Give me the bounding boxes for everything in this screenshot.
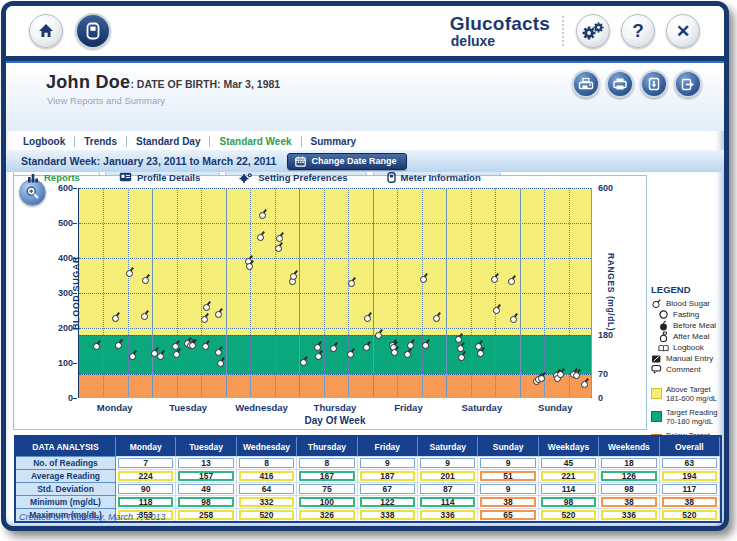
table-header-monday: Monday — [116, 437, 176, 456]
profile-card-icon — [119, 172, 132, 182]
cell-value: 338 — [360, 510, 415, 520]
bar-chart-icon — [27, 172, 39, 183]
reading-marker — [290, 273, 297, 280]
cell-value: 336 — [420, 510, 475, 520]
table-header-saturday: Saturday — [418, 437, 478, 456]
after-meal-icon — [658, 331, 669, 343]
subnav-trends[interactable]: Trends — [75, 136, 126, 147]
table-cell: 114 — [418, 495, 478, 508]
table-cell: 9 — [358, 456, 418, 469]
glucofacts-window: Glucofacts deluxe ? ✕ John Doe: DATE OF … — [1, 1, 729, 531]
home-button[interactable] — [29, 14, 63, 48]
legend-item-blood-sugar: Blood Sugar — [651, 298, 724, 309]
standard-week-chart: MondayTuesdayWednesdayThursdayFridaySatu… — [13, 175, 647, 430]
time-gridline — [128, 188, 129, 397]
y-tick-right-600: 600 — [598, 183, 613, 193]
patient-dob: : DATE OF BIRTH: Mar 3, 1981 — [130, 78, 280, 90]
range-swatch — [651, 388, 662, 399]
time-gridline — [397, 188, 398, 397]
subnav-logbook[interactable]: Logbook — [19, 136, 74, 147]
reading-marker — [538, 375, 545, 382]
cell-value: 63 — [662, 458, 717, 468]
change-date-range-button[interactable]: Change Date Range — [287, 153, 407, 170]
blood-drop-icon — [651, 298, 662, 309]
range-label: Target Reading70-180 mg/dL — [666, 408, 718, 426]
patient-action-buttons — [572, 70, 702, 98]
gridline-h-300 — [79, 293, 591, 294]
time-gridline — [471, 188, 472, 397]
reading-marker — [246, 263, 253, 270]
subnav-standard-day[interactable]: Standard Day — [127, 136, 209, 147]
fax-button[interactable] — [572, 70, 600, 98]
table-header-overall: Overall — [660, 437, 720, 456]
reading-marker — [157, 353, 164, 360]
report-subnav: LogbookTrendsStandard DayStandard WeekSu… — [19, 133, 365, 149]
table-row-std-deviation: Std. Deviation904964756787911498117 — [16, 482, 720, 495]
tab-label: Meter Information — [401, 172, 481, 183]
legend-item-manual-entry: Manual Entry — [651, 353, 724, 364]
legend-label: Comment — [666, 365, 701, 374]
reading-marker — [573, 372, 580, 379]
table-row-no-of-readings: No. of Readings71388999451863 — [16, 456, 720, 469]
gridline-h-400 — [79, 258, 591, 259]
row-label: Minimum (mg/dL) — [16, 495, 116, 508]
x-axis-label-monday: Monday — [78, 402, 151, 413]
table-cell: 98 — [599, 482, 659, 495]
cell-value: 51 — [480, 471, 535, 481]
help-button[interactable]: ? — [621, 14, 655, 48]
zoom-chart-button[interactable] — [19, 179, 46, 206]
subnav-summary[interactable]: Summary — [302, 136, 366, 147]
y-tick-left-600: 600 — [49, 183, 73, 193]
export-button[interactable] — [674, 70, 702, 98]
cell-value: 9 — [420, 458, 475, 468]
y-tick-left-100: 100 — [49, 358, 73, 368]
tab-label: Profile Details — [137, 172, 200, 183]
tab-label: Setting Preferences — [258, 172, 347, 183]
legend-label: Logbook — [673, 343, 704, 352]
pdf-download-button[interactable] — [640, 70, 668, 98]
manual-entry-icon — [651, 354, 662, 364]
reading-marker — [215, 311, 222, 318]
table-cell: 9 — [478, 482, 538, 495]
calendar-icon — [295, 156, 306, 167]
cell-value: 64 — [239, 484, 294, 494]
patient-name-row: John Doe: DATE OF BIRTH: Mar 3, 1981 — [46, 72, 280, 93]
reading-marker — [315, 353, 322, 360]
cell-value: 75 — [299, 484, 354, 494]
print-icon — [612, 77, 628, 91]
legend-label: After Meal — [673, 332, 709, 341]
reading-marker — [375, 332, 382, 339]
reading-marker — [129, 353, 136, 360]
cell-value: 38 — [662, 497, 717, 507]
time-gridline — [324, 188, 325, 397]
table-cell: 100 — [297, 495, 357, 508]
settings-button[interactable] — [576, 14, 610, 48]
cell-value: 201 — [420, 471, 475, 481]
table-header-thursday: Thursday — [297, 437, 357, 456]
table-header-weekends: Weekends — [599, 437, 659, 456]
close-button[interactable]: ✕ — [666, 14, 700, 48]
table-header-friday: Friday — [358, 437, 418, 456]
date-range-title: Standard Week: January 23, 2011 to March… — [21, 155, 276, 167]
y-tick-left-300: 300 — [49, 288, 73, 298]
cell-value: 67 — [360, 484, 415, 494]
x-axis-title: Day Of Week — [78, 415, 592, 426]
time-gridline — [250, 188, 251, 397]
cell-value: 520 — [662, 510, 717, 520]
fax-icon — [578, 77, 594, 91]
row-label: Std. Deviation — [16, 482, 116, 495]
meter-button[interactable] — [75, 13, 111, 49]
table-cell: 201 — [418, 469, 478, 482]
table-cell: 65 — [478, 508, 538, 521]
row-label: No. of Readings — [16, 456, 116, 469]
print-button[interactable] — [606, 70, 634, 98]
table-header-tuesday: Tuesday — [176, 437, 236, 456]
gridline-h-600 — [79, 188, 591, 189]
legend-item-fasting: Fasting — [658, 309, 724, 320]
table-cell: 63 — [660, 456, 720, 469]
table-header-data-analysis: DATA ANALYSIS — [16, 437, 116, 456]
subnav-standard-week[interactable]: Standard Week — [210, 136, 300, 147]
tab-label: Reports — [44, 172, 80, 183]
chart-plot-area — [78, 188, 592, 398]
reading-marker — [510, 316, 517, 323]
